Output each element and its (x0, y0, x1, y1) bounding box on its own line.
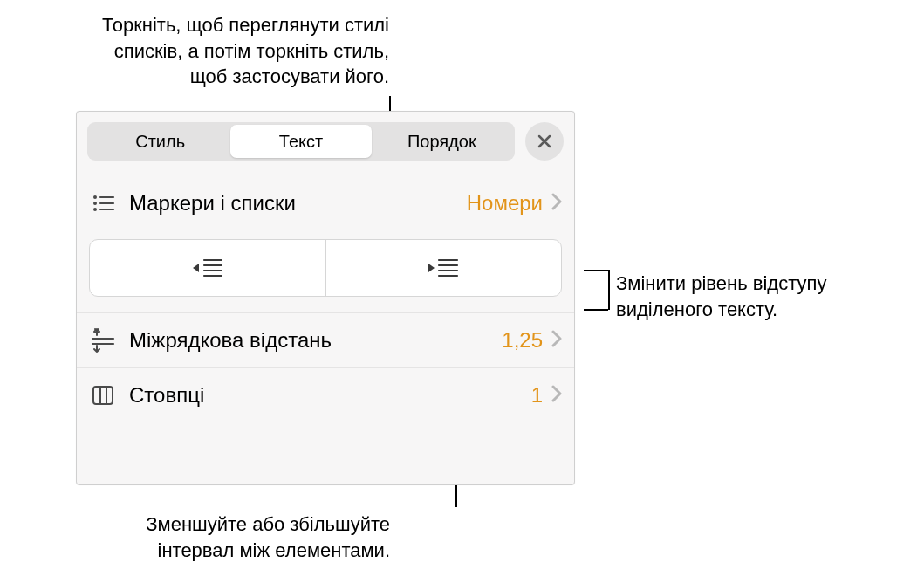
tab-style[interactable]: Стиль (90, 125, 230, 158)
line-spacing-label: Міжрядкова відстань (129, 328, 502, 353)
row-line-spacing[interactable]: Міжрядкова відстань 1,25 (77, 313, 574, 367)
outdent-button[interactable] (90, 240, 326, 296)
line-spacing-icon (91, 327, 129, 353)
columns-value: 1 (531, 383, 543, 408)
svg-rect-16 (93, 387, 113, 404)
callout-line (584, 270, 608, 271)
indent-button[interactable] (326, 240, 562, 296)
line-spacing-value: 1,25 (502, 328, 543, 353)
tab-order[interactable]: Порядок (372, 125, 512, 158)
list-icon (91, 190, 129, 216)
svg-point-2 (93, 202, 97, 205)
bullets-value: Номери (467, 191, 543, 216)
panel-header: Стиль Текст Порядок (77, 112, 574, 176)
columns-icon (91, 382, 129, 408)
close-button[interactable] (525, 122, 564, 161)
segmented-control: Стиль Текст Порядок (87, 122, 515, 161)
columns-label: Стовпці (129, 383, 531, 408)
tab-text[interactable]: Текст (230, 125, 371, 158)
bottom-section: Міжрядкова відстань 1,25 Стовпці 1 (77, 312, 574, 422)
indent-icon (426, 255, 461, 281)
outdent-icon (190, 255, 225, 281)
callout-line-spacing: Зменшуйте або збільшуйте інтервал між ел… (118, 511, 390, 563)
callout-indent-level: Змінити рівень відступу виділеного текст… (616, 271, 913, 322)
callout-line (608, 270, 610, 310)
close-icon (536, 133, 553, 150)
indent-button-group (89, 239, 562, 297)
chevron-right-icon (551, 330, 562, 351)
callout-list-styles: Торкніть, щоб переглянути стилі списків,… (96, 12, 389, 90)
svg-point-0 (93, 195, 97, 199)
svg-point-4 (93, 208, 97, 211)
chevron-right-icon (551, 385, 562, 406)
format-panel: Стиль Текст Порядок Маркери і списки Ном… (76, 111, 575, 485)
callout-line (584, 309, 608, 311)
row-columns[interactable]: Стовпці 1 (77, 367, 574, 422)
chevron-right-icon (551, 193, 562, 214)
bullets-label: Маркери і списки (129, 191, 467, 216)
row-bullets-lists[interactable]: Маркери і списки Номери (77, 176, 574, 230)
